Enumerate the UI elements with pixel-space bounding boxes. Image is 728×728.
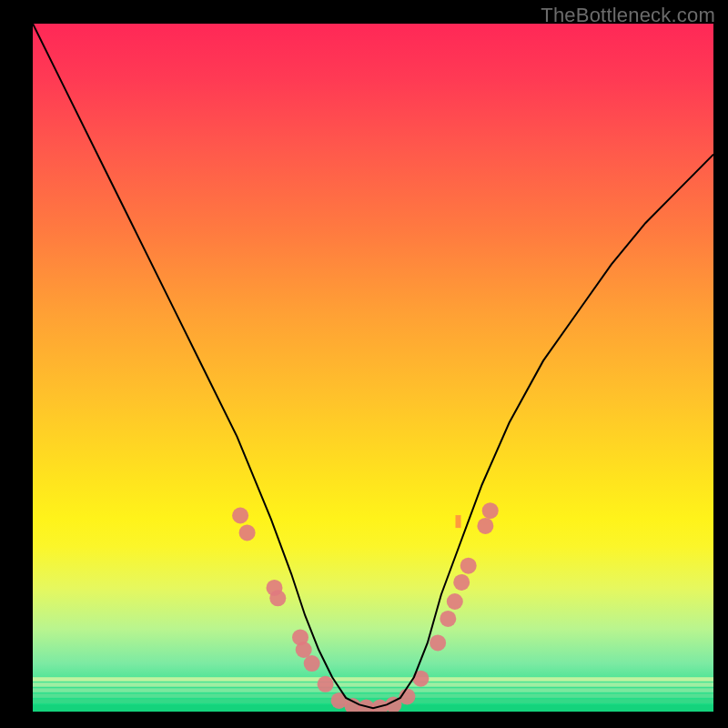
- marker-dot: [440, 611, 456, 627]
- green-band-stripe: [33, 688, 713, 693]
- chart-frame: TheBottleneck.com: [0, 0, 728, 728]
- marker-dot: [296, 642, 312, 658]
- marker-dot: [269, 590, 286, 606]
- marker-dot: [460, 558, 477, 574]
- marker-dot: [447, 593, 463, 610]
- green-band-stripe: [33, 693, 713, 698]
- watermark-text: TheBottleneck.com: [541, 4, 715, 27]
- chart-svg: [33, 24, 713, 712]
- marker-dot: [239, 524, 256, 541]
- plot-area: [33, 24, 713, 712]
- annotation-group: [456, 515, 461, 528]
- orange-blip: [456, 515, 461, 528]
- marker-dot: [477, 518, 493, 534]
- marker-dot: [453, 574, 470, 591]
- marker-dot: [430, 634, 446, 651]
- green-band-stripe: [33, 699, 713, 703]
- marker-dot: [482, 502, 499, 519]
- bottleneck-curve: [33, 24, 713, 708]
- marker-dot: [232, 508, 248, 524]
- green-band-stripe: [33, 677, 713, 682]
- marker-dot: [304, 655, 320, 672]
- green-band-stripe: [33, 682, 713, 687]
- marker-dot: [318, 676, 334, 693]
